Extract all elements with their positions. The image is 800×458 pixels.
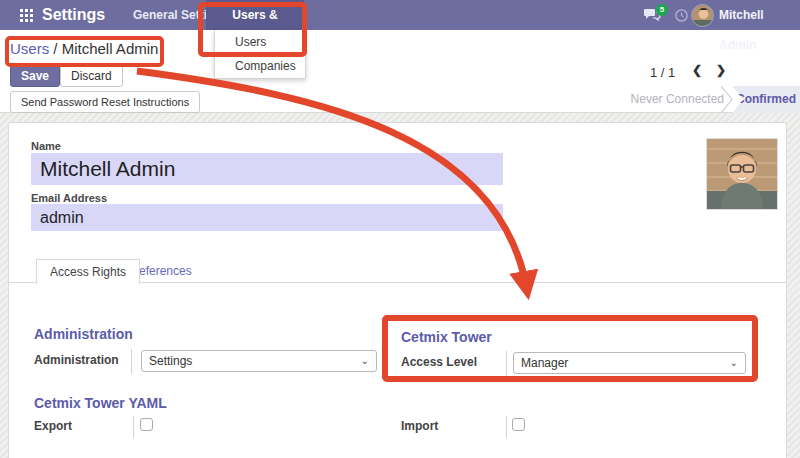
section-title-cetmix-tower: Cetmix Tower [401,329,492,345]
send-password-reset-button[interactable]: Send Password Reset Instructions [10,91,200,113]
dropdown-caret-icon: ⌄ [361,351,369,371]
export-checkbox[interactable] [140,418,153,431]
pager-previous-icon[interactable]: ❮ [692,63,702,77]
discard-button[interactable]: Discard [60,65,123,87]
breadcrumb-current: Mitchell Admin [62,40,159,57]
section-title-administration: Administration [34,326,133,342]
import-checkbox[interactable] [512,418,525,431]
statusbar-chevron-icon [720,86,734,113]
notebook-tabs: Access Rights Preferences [9,259,786,283]
profile-photo[interactable] [706,138,778,210]
save-button[interactable]: Save [10,65,60,87]
top-navbar: Settings General Settings Users & Compan… [0,0,800,30]
access-level-select[interactable]: Manager⌄ [513,352,746,374]
section-title-cetmix-yaml: Cetmix Tower YAML [34,395,167,411]
name-label: Name [31,140,61,152]
administration-select[interactable]: Settings⌄ [141,350,377,372]
pager-next-icon[interactable]: ❯ [716,63,726,77]
apps-menu-icon[interactable] [20,9,33,22]
messages-count-badge: 5 [656,4,668,16]
dropdown-item-users[interactable]: Users [215,30,305,54]
user-avatar[interactable] [691,4,714,27]
breadcrumb: Users / Mitchell Admin [10,40,158,57]
email-input[interactable] [31,204,503,231]
field-separator [133,416,134,438]
status-never-connected[interactable]: Never Connected [631,86,724,113]
users-companies-dropdown: Users Companies [214,30,306,79]
dropdown-caret-icon: ⌄ [730,353,738,373]
field-separator [506,416,507,438]
email-label: Email Address [31,192,107,204]
status-confirmed-badge[interactable]: Confirmed [732,86,800,113]
field-separator [506,351,507,376]
menu-users-companies[interactable]: Users & Companies [206,0,304,30]
dropdown-item-companies[interactable]: Companies [215,54,305,78]
user-name[interactable]: Mitchell Admin [719,0,800,60]
breadcrumb-users-link[interactable]: Users [10,40,49,57]
user-form-sheet: Name Email Address Access Rights Prefere… [8,122,787,458]
activity-clock-icon[interactable] [675,9,688,22]
access-level-label: Access Level [401,355,477,369]
administration-field-label: Administration [34,353,119,367]
control-panel: Users / Mitchell Admin Save Discard Send… [0,30,800,113]
name-input[interactable] [31,153,503,185]
tab-access-rights[interactable]: Access Rights [36,259,140,284]
export-label: Export [34,419,72,433]
administration-select-value: Settings [149,354,192,368]
field-separator [131,349,132,374]
app-title: Settings [42,0,105,30]
pager-value: 1 / 1 [650,65,675,80]
access-level-select-value: Manager [521,356,568,370]
breadcrumb-separator: / [49,40,62,57]
import-label: Import [401,419,438,433]
